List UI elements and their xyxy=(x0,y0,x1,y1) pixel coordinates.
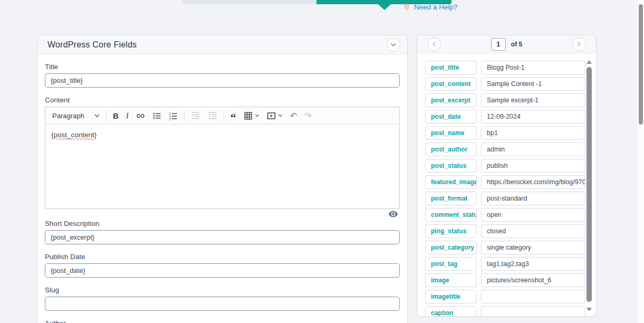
short-description-input[interactable] xyxy=(45,230,400,244)
page-scrollbar-track[interactable] xyxy=(638,0,644,323)
author-label: Author xyxy=(45,319,400,323)
bulleted-list-button[interactable] xyxy=(149,109,165,122)
field-value-cell: closed xyxy=(481,224,585,238)
preview-scrollbar-thumb[interactable] xyxy=(587,67,592,302)
bold-button[interactable]: B xyxy=(109,109,122,122)
field-name-chip[interactable]: post_format xyxy=(425,192,477,205)
outdent-button[interactable] xyxy=(187,109,204,122)
need-help-link[interactable]: Need a Help? xyxy=(403,3,458,11)
blockquote-button[interactable]: “ xyxy=(227,111,240,120)
scroll-down-arrow-icon[interactable] xyxy=(587,308,592,311)
link-icon xyxy=(136,111,145,120)
content-label: Content xyxy=(45,96,400,104)
scroll-up-arrow-icon[interactable] xyxy=(587,60,592,64)
bulleted-list-icon xyxy=(152,111,161,120)
collapse-panel-button[interactable] xyxy=(387,38,400,52)
field-value-cell: Sample Content -1 xyxy=(481,77,585,91)
field-name-chip[interactable]: post_excerpt xyxy=(425,93,477,107)
italic-button[interactable]: I xyxy=(122,109,132,122)
field-mapping-list: post_title Blogg Post-1 post_content Sam… xyxy=(425,61,585,317)
wordpress-core-fields-panel: WordPress Core Fields Title Content Para… xyxy=(37,35,408,323)
field-value-cell xyxy=(481,306,585,317)
paragraph-style-label: Paragraph xyxy=(52,112,84,120)
editor-toolbar: Paragraph B I xyxy=(45,107,399,125)
field-row: post_excerpt Sample excerpt-1 xyxy=(425,93,585,107)
field-name-chip[interactable]: post_author xyxy=(425,142,477,156)
field-name-chip[interactable]: comment_status xyxy=(425,208,477,222)
field-row: post_tag tag1,tag2,tag3 xyxy=(425,257,585,271)
title-input[interactable] xyxy=(45,73,400,88)
field-name-chip[interactable]: imagetitle xyxy=(425,290,477,303)
video-icon xyxy=(267,111,276,120)
publish-date-input[interactable] xyxy=(45,263,400,278)
field-value-cell: publish xyxy=(481,159,585,173)
field-row: post_status publish xyxy=(425,159,585,173)
next-record-button[interactable] xyxy=(572,37,586,51)
hand-icon xyxy=(403,3,411,11)
field-value-cell: Blogg Post-1 xyxy=(481,61,585,74)
preview-scrollbar-track[interactable] xyxy=(587,60,592,311)
slug-input[interactable] xyxy=(45,297,400,311)
indent-button[interactable] xyxy=(204,109,221,122)
field-row: post_format post-standard xyxy=(425,192,585,205)
field-row: post_title Blogg Post-1 xyxy=(425,61,585,74)
field-row: ping_status closed xyxy=(425,224,585,238)
content-editor-textarea[interactable]: {post_content} xyxy=(45,125,399,208)
undo-icon: ↶ xyxy=(290,111,297,121)
outdent-icon xyxy=(191,111,200,120)
field-name-chip[interactable]: post_name xyxy=(425,126,477,140)
chevron-left-icon xyxy=(432,41,436,48)
data-preview-panel: of 5 post_title Blogg Post-1 post_conten… xyxy=(417,35,597,317)
field-name-chip[interactable]: post_tag xyxy=(425,257,477,271)
chevron-down-icon xyxy=(390,43,397,47)
field-value-cell: single category xyxy=(481,241,585,254)
panel-title: WordPress Core Fields xyxy=(47,40,137,50)
undo-button[interactable]: ↶ xyxy=(286,109,301,123)
field-name-chip[interactable]: ping_status xyxy=(425,224,477,238)
svg-text:3: 3 xyxy=(169,117,171,120)
field-value-cell: post-standard xyxy=(481,192,585,205)
indent-icon xyxy=(208,111,217,120)
preview-pagination-header: of 5 xyxy=(417,35,596,53)
field-row: image pictures/screenshot_6 xyxy=(425,273,585,287)
numbered-list-icon: 1 2 3 xyxy=(169,111,178,120)
field-value-cell: tag1,tag2,tag3 xyxy=(481,257,585,271)
field-name-chip[interactable]: post_category xyxy=(425,241,477,254)
content-rich-text-editor: Paragraph B I xyxy=(45,107,400,209)
preview-eye-icon[interactable] xyxy=(388,211,398,218)
field-row: post_date 12-09-2024 xyxy=(425,110,585,124)
page-scrollbar-thumb[interactable] xyxy=(639,4,643,125)
numbered-list-button[interactable]: 1 2 3 xyxy=(165,109,181,122)
chevron-right-icon xyxy=(577,41,581,48)
progress-pointer-triangle xyxy=(378,4,391,10)
link-button[interactable] xyxy=(132,109,149,122)
field-row: caption xyxy=(425,306,585,317)
field-value-cell: bp1 xyxy=(481,126,585,140)
page-count-label: of 5 xyxy=(511,41,522,48)
redo-button[interactable]: ↷ xyxy=(301,109,315,123)
field-row: featured_image https://berocket.com/img/… xyxy=(425,175,585,189)
field-name-chip[interactable]: post_content xyxy=(425,77,477,91)
title-label: Title xyxy=(45,63,400,71)
field-value-cell: https://berocket.com/img/blog/97001e xyxy=(481,175,585,189)
field-name-chip[interactable]: post_date xyxy=(425,110,477,124)
field-value-cell: pictures/screenshot_6 xyxy=(481,273,585,287)
field-row: imagetitle xyxy=(425,290,585,303)
current-page-input[interactable] xyxy=(491,38,506,51)
field-name-chip[interactable]: caption xyxy=(425,306,477,317)
chevron-down-icon xyxy=(255,114,259,117)
field-row: post_author admin xyxy=(425,142,585,156)
field-name-chip[interactable]: image xyxy=(425,273,477,287)
slug-label: Slug xyxy=(45,286,400,294)
paragraph-style-dropdown[interactable]: Paragraph xyxy=(49,110,103,122)
toolbar-separator xyxy=(184,110,185,121)
field-name-chip[interactable]: featured_image xyxy=(425,175,477,189)
redo-icon: ↷ xyxy=(304,111,311,121)
table-button[interactable] xyxy=(240,109,263,122)
previous-record-button[interactable] xyxy=(427,37,441,51)
field-name-chip[interactable]: post_status xyxy=(425,159,477,173)
field-name-chip[interactable]: post_title xyxy=(425,61,477,74)
field-value-cell: admin xyxy=(481,142,585,156)
media-embed-button[interactable] xyxy=(263,109,286,122)
field-row: post_name bp1 xyxy=(425,126,585,140)
